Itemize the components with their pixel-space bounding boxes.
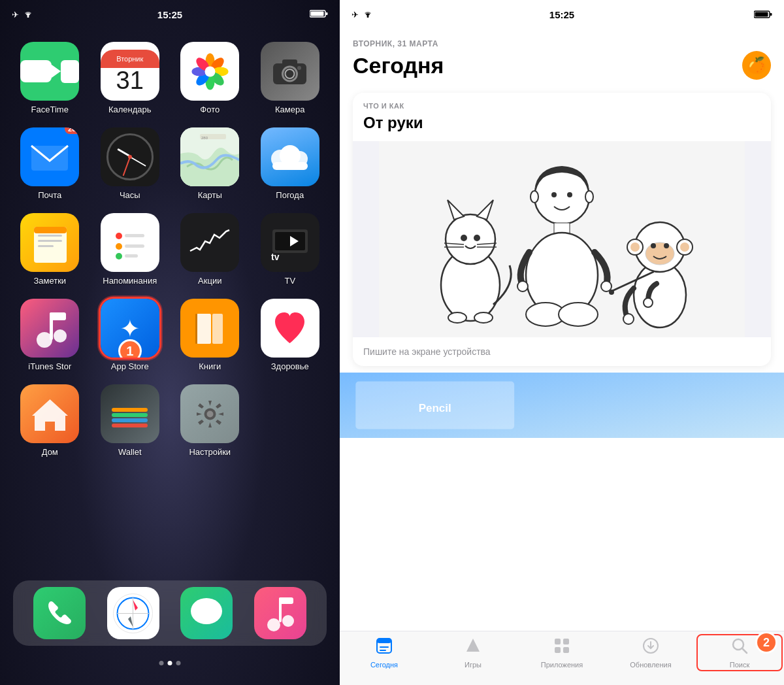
home-icon — [20, 384, 79, 443]
clock-label: Часы — [120, 190, 140, 200]
tab-updates[interactable]: Обновления — [606, 637, 695, 669]
wallet-icon — [101, 384, 159, 443]
appstore-content: ВТОРНИК, 31 МАРТА Сегодня 🍊 ЧТО И КАК От… — [340, 29, 784, 631]
tab-updates-icon — [642, 637, 660, 659]
books-label: Книги — [199, 361, 221, 371]
facetime-label: FaceTime — [31, 105, 69, 114]
svg-rect-121 — [555, 647, 561, 653]
tab-today-label: Сегодня — [370, 661, 398, 669]
tab-today[interactable]: Сегодня — [340, 637, 429, 669]
appstore-step-badge: 1 — [118, 339, 142, 358]
user-avatar[interactable]: 🍊 — [742, 51, 771, 80]
svg-rect-118 — [380, 650, 386, 651]
app-reminders[interactable]: Напоминания — [93, 213, 167, 286]
calendar-day: 31 — [116, 68, 144, 93]
dock-messages[interactable] — [180, 587, 233, 639]
tv-icon: tv — [261, 213, 319, 272]
app-stocks[interactable]: Акции — [173, 213, 247, 286]
svg-rect-73 — [755, 12, 768, 17]
photos-label: Фото — [200, 105, 220, 114]
svg-rect-117 — [380, 646, 389, 648]
safari-icon — [107, 587, 159, 639]
app-tv[interactable]: tv TV — [253, 213, 327, 286]
app-wallet[interactable]: Wallet — [93, 384, 167, 457]
tab-updates-label: Обновления — [630, 661, 671, 669]
tab-search-icon — [730, 637, 749, 659]
health-label: Здоровье — [271, 361, 309, 371]
app-itunes[interactable]: iTunes Stor — [13, 299, 87, 371]
calendar-label: Календарь — [108, 105, 152, 114]
status-time-left: 15:25 — [157, 9, 182, 20]
stocks-icon — [180, 213, 239, 272]
svg-rect-34 — [125, 234, 144, 237]
svg-point-103 — [630, 242, 640, 252]
app-appstore[interactable]: ✦ 1 App Store — [93, 299, 167, 371]
featured-card: ЧТО И КАК От руки — [353, 93, 771, 366]
tab-games[interactable]: Игры — [429, 637, 517, 669]
svg-rect-120 — [563, 639, 569, 644]
phone-left: ✈ 15:25 FaceTime — [0, 0, 340, 685]
svg-rect-70 — [279, 597, 293, 604]
svg-rect-38 — [125, 254, 138, 258]
app-weather[interactable]: Погода — [253, 127, 327, 200]
dock-safari[interactable] — [107, 587, 159, 639]
settings-label: Настройки — [189, 447, 231, 457]
tab-apps[interactable]: Приложения — [517, 637, 606, 669]
svg-rect-15 — [282, 59, 297, 66]
wallet-label: Wallet — [118, 447, 142, 457]
dock-phone[interactable] — [33, 587, 86, 639]
app-home[interactable]: Дом — [13, 384, 87, 457]
svg-point-58 — [206, 410, 213, 417]
app-maps[interactable]: 280 Карты — [173, 127, 247, 200]
mail-badge: 209 — [65, 127, 79, 134]
svg-rect-122 — [563, 647, 569, 653]
camera-icon — [261, 42, 319, 101]
svg-point-68 — [282, 615, 294, 627]
music-icon — [254, 587, 306, 639]
tab-bar: Сегодня Игры Приложения — [340, 631, 784, 685]
tab-search[interactable]: Поиск 2 — [695, 637, 784, 669]
app-facetime[interactable]: FaceTime — [13, 42, 87, 114]
battery-icon-left — [310, 9, 328, 20]
app-notes[interactable]: Заметки — [13, 213, 87, 286]
svg-rect-29 — [38, 235, 62, 237]
appstore-title: Сегодня — [353, 53, 444, 78]
svg-point-67 — [267, 618, 280, 631]
app-clock[interactable]: Часы — [93, 127, 167, 200]
svg-rect-32 — [34, 227, 67, 233]
svg-rect-49 — [212, 314, 223, 344]
svg-point-111 — [609, 290, 614, 295]
card-image — [353, 141, 771, 337]
app-camera[interactable]: Камера — [253, 42, 327, 114]
svg-point-71 — [367, 16, 369, 18]
svg-text:Pencil: Pencil — [419, 402, 451, 414]
svg-point-37 — [116, 253, 122, 259]
dot-1 — [159, 661, 164, 665]
svg-point-104 — [680, 242, 689, 252]
svg-rect-48 — [197, 314, 211, 344]
svg-rect-119 — [555, 639, 561, 644]
app-photos[interactable]: Фото — [173, 42, 247, 114]
app-settings[interactable]: Настройки — [173, 384, 247, 457]
dot-3 — [176, 661, 181, 665]
svg-point-77 — [446, 214, 495, 264]
svg-point-108 — [623, 314, 634, 324]
svg-rect-31 — [38, 245, 54, 247]
svg-rect-46 — [50, 312, 66, 320]
app-books[interactable]: Книги — [173, 299, 247, 371]
app-calendar[interactable]: Вторник 31 Календарь — [93, 42, 167, 114]
status-right-icons-right — [754, 10, 772, 19]
svg-rect-36 — [125, 244, 144, 248]
facetime-icon — [20, 42, 79, 101]
appstore-header: ВТОРНИК, 31 МАРТА Сегодня 🍊 — [340, 29, 784, 86]
app-mail[interactable]: 209 Почта — [13, 127, 87, 200]
svg-point-18 — [297, 66, 301, 70]
app-health[interactable]: Здоровье — [253, 299, 327, 371]
svg-point-89 — [551, 192, 557, 197]
dock-music[interactable] — [254, 587, 306, 639]
svg-line-125 — [742, 648, 747, 653]
svg-point-13 — [204, 66, 215, 76]
status-left-icons-right: ✈ — [351, 10, 373, 20]
wifi-icon-right — [363, 10, 373, 20]
app-grid: FaceTime Вторник 31 Календарь — [0, 35, 340, 463]
